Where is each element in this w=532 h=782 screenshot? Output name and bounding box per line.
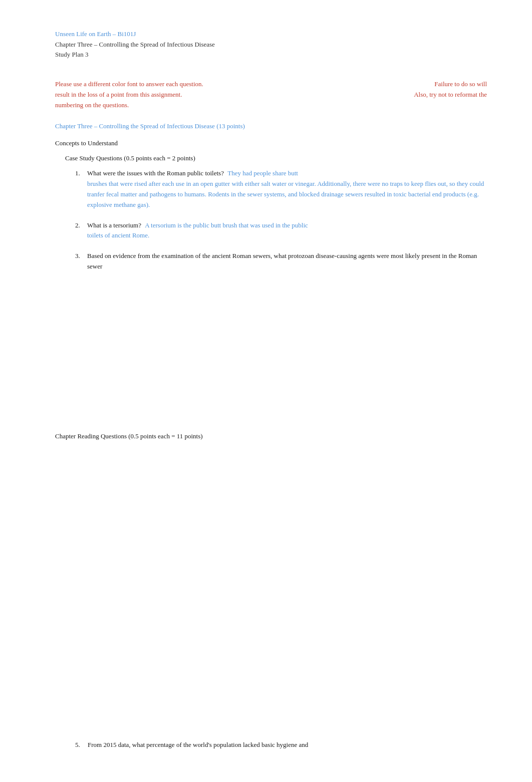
- spacer-7: [55, 561, 487, 601]
- question-number-2: 2.: [75, 220, 87, 241]
- answer-text-2-inline: A tersorium is the public butt brush tha…: [145, 221, 308, 229]
- instruction-right: Failure to do so will Also, try not to r…: [291, 79, 487, 110]
- spacer-3: [55, 362, 487, 402]
- spacer-8: [55, 601, 487, 641]
- chapter-reading-heading: Chapter Reading Questions (0.5 points ea…: [55, 432, 487, 440]
- instruction-right-line2: Also, try not to reformat the: [414, 91, 487, 98]
- header: Unseen Life on Earth – Bi101J Chapter Th…: [55, 30, 487, 59]
- page: Unseen Life on Earth – Bi101J Chapter Th…: [0, 0, 532, 782]
- question-item-3: 3. Based on evidence from the examinatio…: [75, 251, 487, 272]
- answer-text-1-inline: They had people share butt: [227, 169, 298, 177]
- spacer-5: [55, 480, 487, 520]
- question-number-5: 5.: [75, 741, 80, 748]
- subsection-heading: Case Study Questions (0.5 points each = …: [65, 154, 487, 162]
- question-number-3: 3.: [75, 251, 87, 272]
- question-item-1: 1. What were the issues with the Roman p…: [75, 168, 487, 210]
- question-text-1: What were the issues with the Roman publ…: [87, 169, 224, 177]
- question-item-5: 5. From 2015 data, what percentage of th…: [75, 741, 487, 749]
- spacer-6: [55, 520, 487, 561]
- chapter-title: Chapter Three – Controlling the Spread o…: [55, 122, 487, 130]
- answer-text-1-cont: brushes that were rised after each use i…: [87, 179, 487, 210]
- question-content-1: What were the issues with the Roman publ…: [87, 168, 487, 210]
- instruction-block: Please use a different color font to ans…: [55, 79, 487, 110]
- bottom-spacer: [55, 749, 487, 782]
- spacer-after-questions: [55, 282, 487, 322]
- question-list: 1. What were the issues with the Roman p…: [75, 168, 487, 272]
- question-number-1: 1.: [75, 168, 87, 210]
- instruction-left-line1: Please use a different color font to ans…: [55, 80, 203, 88]
- header-subtitle-line2: Study Plan 3: [55, 50, 487, 60]
- spacer-2: [55, 322, 487, 362]
- instruction-left-line2: result in the loss of a point from this …: [55, 91, 182, 98]
- question-item-2: 2. What is a tersorium? A tersorium is t…: [75, 220, 487, 241]
- header-title: Unseen Life on Earth – Bi101J: [55, 30, 487, 38]
- answer-text-2-cont: toilets of ancient Rome.: [87, 230, 487, 241]
- question-content-3: Based on evidence from the examination o…: [87, 251, 487, 272]
- question-text-5: From 2015 data, what percentage of the w…: [88, 741, 308, 748]
- section-heading: Concepts to Understand: [55, 139, 487, 147]
- instruction-left-line3: numbering on the questions.: [55, 101, 129, 109]
- question-text-3: Based on evidence from the examination o…: [87, 252, 477, 270]
- instruction-right-line1: Failure to do so will: [434, 80, 487, 88]
- question-content-2: What is a tersorium? A tersorium is the …: [87, 220, 487, 241]
- header-subtitle-line1: Chapter Three – Controlling the Spread o…: [55, 40, 487, 50]
- question-text-2: What is a tersorium?: [87, 221, 141, 229]
- chapter-reading-label: Chapter Reading Questions (0.5 points ea…: [55, 432, 203, 440]
- spacer-4: [55, 440, 487, 480]
- instruction-left: Please use a different color font to ans…: [55, 79, 251, 110]
